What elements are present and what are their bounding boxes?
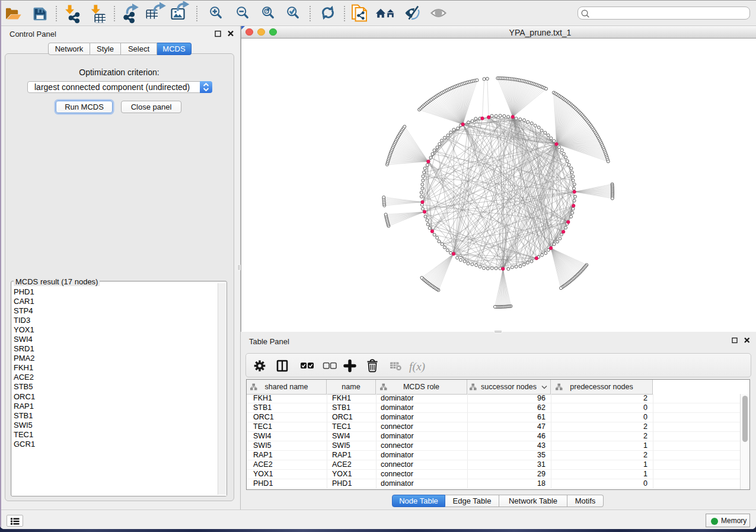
svg-text:f(x): f(x) (409, 360, 425, 373)
